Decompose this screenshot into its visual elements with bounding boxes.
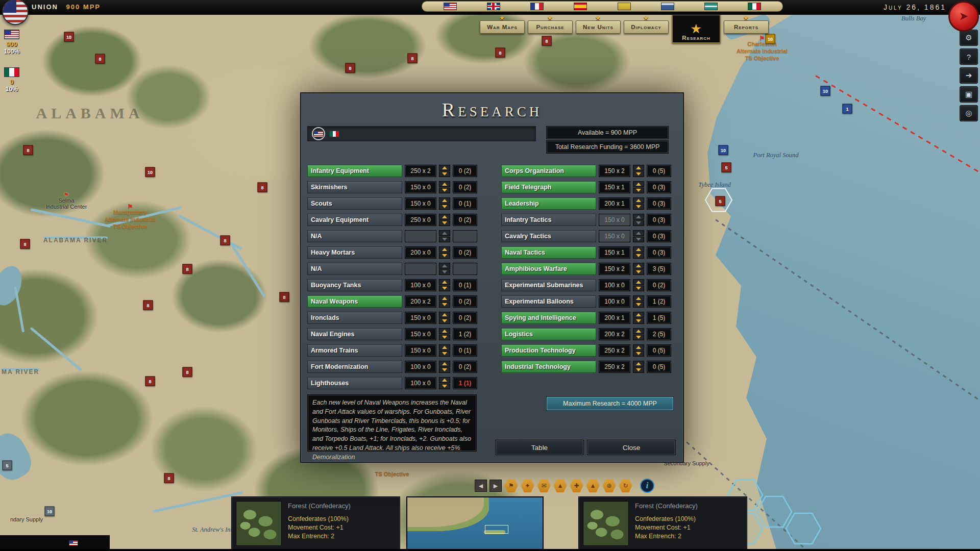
spinner-up-button[interactable] [439,344,450,350]
spinner-up-button[interactable] [439,312,450,318]
minimap[interactable] [406,496,544,550]
research-category[interactable]: Field Telegraph [501,181,596,193]
flag-navy-icon[interactable] [661,3,674,10]
spinner-down-button[interactable] [439,318,450,324]
spinner-down-button[interactable] [439,171,450,178]
research-category[interactable]: Amphibious Warfare [501,263,596,275]
spinner-down-button[interactable] [633,318,644,324]
flag-spain-icon[interactable] [574,3,587,10]
spinner-down-button[interactable] [633,171,644,178]
spinner-down-button[interactable] [439,269,450,276]
research-category[interactable]: Armored Trains [307,344,402,357]
unit-marker[interactable]: 8 [164,473,174,483]
research-category[interactable]: Heavy Mortars [307,246,402,259]
spinner-up-button[interactable] [439,263,450,269]
spinner-up-button[interactable] [439,295,450,302]
unit-marker[interactable]: 8 [183,367,192,377]
unit-marker[interactable]: 8 [145,377,155,386]
spinner-up-button[interactable] [633,344,644,350]
minimap-viewport[interactable] [485,525,508,534]
research-category[interactable]: Ironclads [307,312,402,324]
forward-icon[interactable]: ➔ [960,67,978,84]
info-button[interactable]: i [640,479,654,493]
hex-action-button-6[interactable]: ▲ [586,479,600,493]
research-category[interactable]: Spying and Intelligence [501,312,596,324]
spinner-up-button[interactable] [439,197,450,204]
spinner-down-button[interactable] [633,335,644,341]
menu-button-research[interactable]: ★Research [672,14,721,43]
resource-badge[interactable]: 900100% [2,30,21,55]
hex-action-button-5[interactable]: ✚ [570,479,583,493]
flag-mexico-icon[interactable] [329,131,339,137]
table-button[interactable]: Table [495,440,584,455]
spinner-down-button[interactable] [633,188,644,194]
spinner-down-button[interactable] [633,220,644,227]
spinner-down-button[interactable] [439,253,450,259]
flag-gold-icon[interactable] [618,3,631,10]
spinner-up-button[interactable] [633,295,644,302]
research-category[interactable]: Logistics [501,328,596,340]
spinner-up-button[interactable] [439,246,450,253]
spinner-up-button[interactable] [439,361,450,367]
spinner-down-button[interactable] [439,220,450,227]
research-category[interactable]: Buoyancy Tanks [307,279,402,291]
end-turn-button[interactable]: ➤ [948,1,979,32]
close-button[interactable]: Close [587,440,676,455]
unit-marker[interactable]: 5 [716,196,725,206]
unit-marker[interactable]: 1 [843,104,852,114]
unit-marker[interactable]: 8 [20,239,30,249]
flag-usa-icon[interactable] [313,131,324,137]
unit-marker[interactable]: 10 [145,167,155,177]
research-category[interactable]: Cavalry Tactics [501,230,596,242]
hex-action-button-2[interactable]: ✦ [521,479,534,493]
spinner-up-button[interactable] [633,312,644,318]
spinner-down-button[interactable] [633,351,644,357]
spinner-down-button[interactable] [439,302,450,308]
menu-button-purchase[interactable]: ★Purchase [528,20,573,34]
resource-badge[interactable]: 010% [2,67,21,93]
spinner-down-button[interactable] [439,188,450,194]
spinner-down-button[interactable] [439,384,450,390]
unit-marker[interactable]: 8 [258,183,267,192]
research-category[interactable]: Lighthouses [307,377,402,389]
menu-button-diplomacy[interactable]: ★Diplomacy [624,20,669,34]
research-category[interactable]: Cavalry Equipment [307,214,402,226]
spinner-up-button[interactable] [633,230,644,236]
unit-marker[interactable]: 8 [143,300,153,310]
menu-button-war-maps[interactable]: ★War Maps [480,20,525,34]
flag-teal-icon[interactable] [704,3,718,10]
spinner-up-button[interactable] [633,328,644,334]
spinner-down-button[interactable] [633,302,644,308]
research-category[interactable]: Infantry Equipment [307,165,402,177]
next-unit-button[interactable]: ▶ [489,480,502,492]
research-category[interactable]: Corps Organization [501,165,596,177]
unit-marker[interactable]: 5 [722,163,731,172]
research-category[interactable]: Production Technology [501,344,596,357]
spinner-down-button[interactable] [633,286,644,292]
spinner-down-button[interactable] [633,237,644,243]
research-category[interactable]: Infantry Tactics [501,214,596,226]
unit-marker[interactable]: 10 [719,145,728,155]
spinner-down-button[interactable] [439,351,450,357]
spinner-down-button[interactable] [439,237,450,243]
unit-marker[interactable]: 8 [280,292,289,302]
target-icon[interactable]: ◎ [960,105,978,121]
unit-marker[interactable]: 5 [3,461,12,470]
unit-marker[interactable]: 8 [408,54,418,63]
hex-action-button-1[interactable]: ⚑ [504,479,518,493]
research-category[interactable]: Naval Engines [307,328,402,340]
flag-usa-icon[interactable] [444,3,457,10]
unit-marker[interactable]: 8 [95,54,105,64]
spinner-down-button[interactable] [633,367,644,373]
spinner-up-button[interactable] [633,263,644,269]
settings-icon[interactable]: ⚙ [960,30,978,46]
flag-mexico-icon[interactable] [748,3,761,10]
prev-unit-button[interactable]: ◀ [475,480,487,492]
unit-marker[interactable]: 10 [64,32,74,42]
spinner-up-button[interactable] [439,214,450,220]
spinner-up-button[interactable] [633,279,644,285]
research-category[interactable]: Scouts [307,197,402,210]
spinner-up-button[interactable] [633,197,644,204]
spinner-up-button[interactable] [439,181,450,187]
research-category[interactable]: Skirmishers [307,181,402,193]
